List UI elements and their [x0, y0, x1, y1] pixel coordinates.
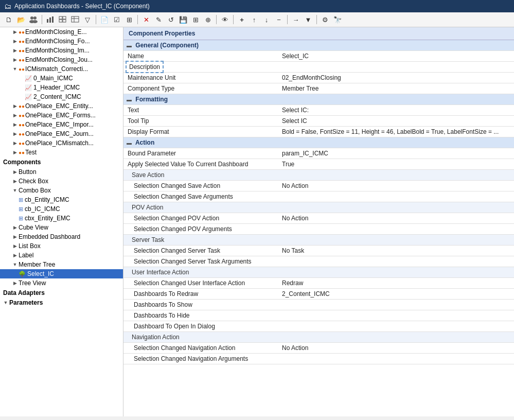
prop-value-dashboard-dialog[interactable]: [278, 321, 514, 332]
toolbar-add-btn[interactable]: +: [236, 14, 247, 25]
prop-value-description[interactable]: [278, 62, 514, 73]
prop-value-selection-changed-server-task[interactable]: No Task: [278, 246, 514, 256]
tree-item-CheckBox[interactable]: ▶ Check Box: [0, 177, 123, 186]
toolbar-users-btn[interactable]: [28, 14, 39, 25]
prop-value-display-format[interactable]: Bold = False, FontSize = 11, Height = 46…: [278, 127, 514, 137]
prop-value-dashboards-hide[interactable]: [278, 310, 514, 321]
tree-item-2_Content_ICMC[interactable]: 📈 2_Content_ICMC: [0, 92, 123, 101]
toolbar-checklist-btn[interactable]: ☑: [111, 14, 122, 25]
tree-arrow-EndMonthClosing_F[interactable]: ▶: [11, 39, 19, 44]
subsection-navigation-action: Navigation Action: [123, 332, 514, 343]
prop-value-dashboards-redraw[interactable]: 2_Content_ICMC: [278, 289, 514, 300]
prop-value-selection-changed-nav-args[interactable]: [278, 354, 514, 364]
tree-item-OnePlace_EMC_Journ[interactable]: ▶ ●● OnePlace_EMC_Journ...: [0, 129, 123, 138]
tree-arrow-Button[interactable]: ▶: [11, 169, 19, 174]
tree-item-EndMonthClosing_Jo[interactable]: ▶ ●● EndMonthClosing_Jou...: [0, 55, 123, 64]
tree-item-cb_Entity_ICMC[interactable]: ⊞ cb_Entity_ICMC: [0, 195, 123, 204]
tree-arrow-CubeView[interactable]: ▶: [11, 225, 19, 230]
toolbar-down-btn[interactable]: ↓: [261, 14, 272, 25]
tree-item-CubeView[interactable]: ▶ Cube View: [0, 223, 123, 232]
toolbar-refresh-btn[interactable]: ↺: [165, 14, 176, 25]
tree-item-EmbeddedDashboard[interactable]: ▶ Embedded Dashboard: [0, 232, 123, 241]
prop-value-selection-changed-server-task-args[interactable]: [278, 256, 514, 267]
tree-item-EndMonthClosing_E[interactable]: ▶ ●● EndMonthClosing_E...: [0, 27, 123, 37]
prop-value-component-type[interactable]: Member Tree: [278, 83, 514, 94]
tree-item-OnePlace_ICMismatch[interactable]: ▶ ●● OnePlace_ICMismatch...: [0, 138, 123, 148]
toolbar-grid-btn[interactable]: [57, 14, 68, 25]
tree-arrow-OnePlace_ICMismatch[interactable]: ▶: [11, 141, 19, 146]
prop-value-selection-changed-pov[interactable]: No Action: [278, 213, 514, 224]
tree-item-0_Main_ICMC[interactable]: 📈 0_Main_ICMC: [0, 74, 123, 83]
tree-arrow-OnePlace_EMC_Journ[interactable]: ▶: [11, 131, 19, 136]
tree-arrow-CheckBox[interactable]: ▶: [11, 179, 19, 184]
tree-item-Label[interactable]: ▶ Label: [0, 251, 123, 260]
toggle-action[interactable]: ▬: [127, 140, 132, 146]
toolbar-table-btn[interactable]: [69, 14, 81, 25]
tree-arrow-TreeView[interactable]: ▶: [11, 281, 19, 286]
tree-item-MemberTree[interactable]: ▼ Member Tree: [0, 260, 123, 269]
tree-arrow-ListBox[interactable]: ▶: [11, 243, 19, 249]
toolbar-save-btn[interactable]: 💾: [178, 14, 189, 25]
tree-item-Parameters-section[interactable]: ▼ Parameters: [0, 298, 123, 307]
toolbar-open-btn[interactable]: 📂: [15, 14, 27, 25]
toolbar-edit-btn[interactable]: ✎: [153, 14, 164, 25]
toolbar-copy-btn[interactable]: ⊕: [202, 14, 214, 25]
toolbar-preview-btn[interactable]: 👁: [219, 14, 231, 25]
toolbar-saveall-btn[interactable]: ⊞: [190, 14, 201, 25]
toolbar-arrow-btn[interactable]: →: [290, 14, 302, 25]
toolbar-remove-btn[interactable]: −: [273, 14, 285, 25]
tree-item-cbx_Entity_EMC[interactable]: ⊞ cbx_Entity_EMC: [0, 214, 123, 223]
tree-item-Test[interactable]: ▶ ●● Test: [0, 148, 123, 157]
tree-item-1_Header_ICMC[interactable]: 📈 1_Header_ICMC: [0, 83, 123, 92]
prop-value-apply-selected[interactable]: True: [278, 159, 514, 170]
tree-item-EndMonthClosing_Im[interactable]: ▶ ●● EndMonthClosing_Im...: [0, 46, 123, 55]
tree-arrow-EndMonthClosing_Jo[interactable]: ▶: [11, 57, 19, 62]
prop-value-selection-changed-ui[interactable]: Redraw: [278, 278, 514, 289]
tree-arrow-ComboBox[interactable]: ▼: [11, 188, 19, 193]
toolbar-settings-btn[interactable]: ⚙: [320, 14, 331, 25]
toolbar-dropdown-btn[interactable]: ▼: [303, 14, 314, 25]
tree-item-cb_IC_ICMC[interactable]: ⊞ cb_IC_ICMC: [0, 204, 123, 214]
prop-value-selection-changed-nav[interactable]: No Action: [278, 343, 514, 354]
tree-item-OnePlace_EMC_Forms[interactable]: ▶ ●● OnePlace_EMC_Forms...: [0, 111, 123, 120]
tree-item-ListBox[interactable]: ▶ List Box: [0, 241, 123, 251]
tree-arrow-Test[interactable]: ▶: [11, 150, 19, 155]
toggle-formatting[interactable]: ▬: [127, 97, 132, 102]
prop-value-selection-changed-pov-args[interactable]: [278, 224, 514, 235]
prop-value-maintenance-unit[interactable]: 02_EndMonthClosing: [278, 73, 514, 83]
tree-item-ComboBox[interactable]: ▼ Combo Box: [0, 186, 123, 195]
tree-item-TreeView[interactable]: ▶ Tree View: [0, 278, 123, 288]
prop-value-selection-changed-save[interactable]: No Action: [278, 181, 514, 191]
toolbar-delete-btn[interactable]: ✕: [140, 14, 152, 25]
tree-item-EndMonthClosing_F[interactable]: ▶ ●● EndMonthClosing_Fo...: [0, 37, 123, 46]
toolbar-binoculars-btn[interactable]: 🔭: [332, 14, 343, 25]
tree-item-Select_IC[interactable]: 🌳 Select_IC: [0, 269, 123, 278]
tree-arrow-EndMonthClosing_Im[interactable]: ▶: [11, 48, 19, 53]
tree-arrow-OnePlace_EMC_Entity[interactable]: ▶: [11, 103, 19, 109]
prop-value-bound-parameter[interactable]: param_IC_ICMC: [278, 148, 514, 159]
toolbar-chart-btn[interactable]: [45, 14, 56, 25]
tree-item-Button[interactable]: ▶ Button: [0, 167, 123, 177]
prop-value-text[interactable]: Select IC:: [278, 105, 514, 116]
prop-value-dashboards-show[interactable]: [278, 300, 514, 310]
toolbar-new-btn[interactable]: 🗋: [3, 14, 14, 25]
tree-arrow-OnePlace_EMC_Impor[interactable]: ▶: [11, 122, 19, 127]
tree-arrow-Parameters[interactable]: ▼: [2, 300, 9, 305]
tree-item-OnePlace_EMC_Entity[interactable]: ▶ ●● OnePlace_EMC_Entity...: [0, 101, 123, 111]
toolbar-doc-btn[interactable]: 📄: [99, 14, 110, 25]
tree-arrow-OnePlace_EMC_Forms[interactable]: ▶: [11, 113, 19, 118]
tree-arrow-EndMonthClosing_E[interactable]: ▶: [11, 29, 19, 34]
tree-item-ICMismatch[interactable]: ▼ ●● ICMismatch_Correcti...: [0, 64, 123, 74]
tree-arrow-Label[interactable]: ▶: [11, 253, 19, 258]
tree-arrow-EmbeddedDashboard[interactable]: ▶: [11, 234, 19, 239]
prop-value-selection-changed-save-args[interactable]: [278, 191, 514, 202]
toggle-general[interactable]: ▬: [127, 43, 132, 48]
prop-value-tooltip[interactable]: Select IC: [278, 116, 514, 127]
toolbar-up-btn[interactable]: ↑: [249, 14, 260, 25]
toolbar-filter-btn[interactable]: ▽: [82, 14, 93, 25]
tree-arrow-MemberTree[interactable]: ▼: [11, 262, 19, 267]
toolbar-grid2-btn[interactable]: ⊞: [123, 14, 135, 25]
tree-item-OnePlace_EMC_Impor[interactable]: ▶ ●● OnePlace_EMC_Impor...: [0, 120, 123, 129]
prop-value-name[interactable]: Select_IC: [278, 51, 514, 62]
tree-arrow-ICMismatch[interactable]: ▼: [11, 66, 19, 72]
